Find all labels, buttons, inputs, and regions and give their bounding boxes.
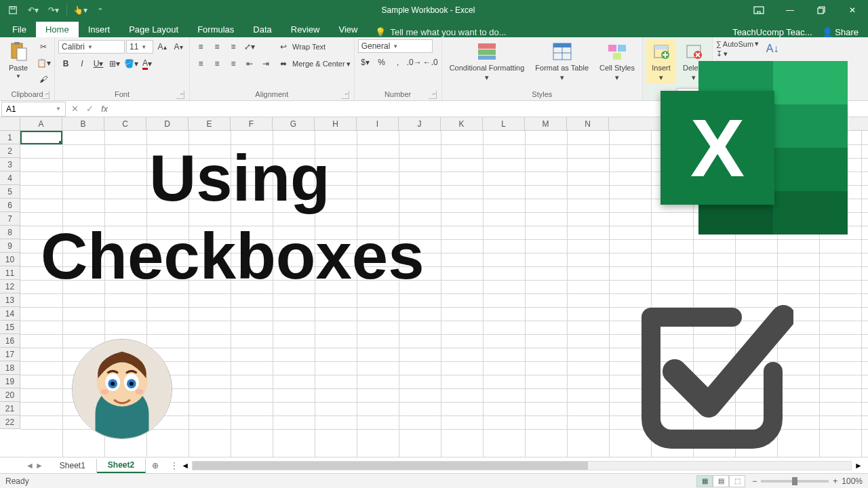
- font-name-combo[interactable]: Calibri▼: [58, 40, 125, 54]
- row-header[interactable]: 17: [0, 348, 20, 361]
- column-header[interactable]: M: [525, 117, 567, 130]
- align-center-icon[interactable]: ≡: [210, 56, 224, 71]
- tab-data[interactable]: Data: [243, 22, 281, 37]
- decrease-font-icon[interactable]: A▾: [171, 39, 186, 54]
- row-header[interactable]: 3: [0, 158, 20, 171]
- decrease-decimal-icon[interactable]: ←.0: [423, 55, 438, 70]
- qat-customize-icon[interactable]: ⁼: [92, 2, 109, 18]
- tab-insert[interactable]: Insert: [79, 22, 120, 37]
- select-all-button[interactable]: [0, 117, 20, 131]
- font-color-icon[interactable]: A▾: [140, 56, 155, 71]
- bold-button[interactable]: B: [58, 56, 73, 71]
- sheet-tab-1[interactable]: Sheet1: [49, 459, 97, 472]
- underline-button[interactable]: U▾: [91, 56, 106, 71]
- fill-color-icon[interactable]: 🪣▾: [123, 56, 138, 71]
- sheet-nav-prev-icon[interactable]: ◄: [26, 461, 34, 470]
- row-header[interactable]: 19: [0, 375, 20, 388]
- zoom-control[interactable]: − + 100%: [752, 476, 863, 486]
- increase-indent-icon[interactable]: ⇥: [258, 56, 273, 71]
- fill-button[interactable]: ↧ ▾: [716, 49, 728, 58]
- format-as-table-button[interactable]: Format as Table▾: [531, 39, 593, 83]
- column-header[interactable]: H: [315, 117, 357, 130]
- share-button[interactable]: 👤 Share: [822, 27, 859, 37]
- cell-styles-button[interactable]: Cell Styles▾: [595, 39, 639, 83]
- close-button[interactable]: ✕: [837, 0, 868, 20]
- orientation-icon[interactable]: ⤢▾: [242, 39, 257, 54]
- align-bottom-icon[interactable]: ≡: [226, 39, 241, 54]
- row-header[interactable]: 12: [0, 280, 20, 293]
- zoom-in-icon[interactable]: +: [833, 476, 837, 486]
- row-header[interactable]: 1: [0, 131, 20, 144]
- comma-icon[interactable]: ,: [391, 55, 406, 70]
- cut-icon[interactable]: ✂: [36, 39, 51, 54]
- sheet-tab-2[interactable]: Sheet2: [97, 458, 146, 473]
- row-header[interactable]: 10: [0, 253, 20, 266]
- row-header[interactable]: 9: [0, 239, 20, 253]
- tab-view[interactable]: View: [329, 22, 367, 37]
- align-left-icon[interactable]: ≡: [193, 56, 208, 71]
- zoom-slider[interactable]: [761, 480, 829, 483]
- restore-button[interactable]: [806, 0, 837, 20]
- clipboard-launcher[interactable]: ⌐: [41, 91, 50, 99]
- alignment-launcher[interactable]: ⌐: [341, 91, 349, 99]
- row-header[interactable]: 18: [0, 361, 20, 375]
- align-right-icon[interactable]: ≡: [226, 56, 241, 71]
- name-box[interactable]: A1▼: [1, 102, 66, 117]
- row-header[interactable]: 11: [0, 266, 20, 280]
- borders-icon[interactable]: ⊞▾: [107, 56, 122, 71]
- column-header[interactable]: L: [483, 117, 525, 130]
- column-header[interactable]: G: [273, 117, 315, 130]
- row-header[interactable]: 22: [0, 415, 20, 429]
- row-header[interactable]: 15: [0, 321, 20, 334]
- column-header[interactable]: J: [399, 117, 441, 130]
- column-header[interactable]: N: [567, 117, 609, 130]
- row-header[interactable]: 21: [0, 402, 20, 415]
- undo-icon[interactable]: ↶▾: [24, 2, 42, 18]
- save-icon[interactable]: [4, 2, 22, 18]
- tab-page-layout[interactable]: Page Layout: [119, 22, 188, 37]
- column-header[interactable]: D: [146, 117, 189, 130]
- increase-decimal-icon[interactable]: .0→: [407, 55, 422, 70]
- row-header[interactable]: 4: [0, 171, 20, 185]
- tab-file[interactable]: File: [3, 22, 36, 37]
- column-header[interactable]: C: [104, 117, 146, 130]
- percent-icon[interactable]: %: [374, 55, 389, 70]
- cancel-formula-icon[interactable]: ✕: [67, 102, 82, 117]
- copy-icon[interactable]: 📋▾: [36, 56, 51, 70]
- conditional-formatting-button[interactable]: Conditional Formatting▾: [446, 39, 529, 83]
- view-normal-icon[interactable]: ▦: [696, 475, 713, 487]
- font-size-combo[interactable]: 11▼: [126, 40, 153, 54]
- italic-button[interactable]: I: [75, 56, 90, 71]
- number-launcher[interactable]: ⌐: [429, 91, 437, 99]
- paste-button[interactable]: Paste▼: [3, 39, 33, 81]
- view-page-layout-icon[interactable]: ▤: [713, 475, 729, 487]
- touch-mode-icon[interactable]: 👆▾: [71, 2, 89, 18]
- add-sheet-button[interactable]: ⊕: [146, 459, 165, 472]
- redo-icon[interactable]: ↷▾: [45, 2, 62, 18]
- number-format-combo[interactable]: General▼: [358, 39, 433, 53]
- view-page-break-icon[interactable]: ⬚: [729, 475, 745, 487]
- row-header[interactable]: 8: [0, 226, 20, 239]
- column-header[interactable]: F: [231, 117, 273, 130]
- decrease-indent-icon[interactable]: ⇤: [242, 56, 257, 71]
- zoom-out-icon[interactable]: −: [752, 476, 757, 486]
- tab-formulas[interactable]: Formulas: [188, 22, 243, 37]
- user-label[interactable]: TeachUcomp Teac...: [732, 27, 812, 37]
- autosum-button[interactable]: ∑ AutoSum ▾: [716, 39, 759, 48]
- horizontal-scrollbar[interactable]: ⋮◄►: [165, 461, 868, 470]
- column-header[interactable]: K: [441, 117, 483, 130]
- column-header[interactable]: I: [357, 117, 399, 130]
- row-header[interactable]: 2: [0, 144, 20, 158]
- row-header[interactable]: 20: [0, 388, 20, 402]
- row-header[interactable]: 5: [0, 185, 20, 199]
- tab-home[interactable]: Home: [36, 22, 79, 37]
- row-header[interactable]: 16: [0, 334, 20, 348]
- increase-font-icon[interactable]: A▴: [155, 39, 170, 54]
- format-painter-icon[interactable]: 🖌: [36, 72, 51, 87]
- tell-me-search[interactable]: 💡 Tell me what you want to do...: [367, 27, 514, 37]
- row-header[interactable]: 13: [0, 293, 20, 307]
- column-header[interactable]: E: [189, 117, 231, 130]
- enter-formula-icon[interactable]: ✓: [82, 102, 97, 117]
- currency-icon[interactable]: $▾: [358, 55, 373, 70]
- tab-review[interactable]: Review: [281, 22, 330, 37]
